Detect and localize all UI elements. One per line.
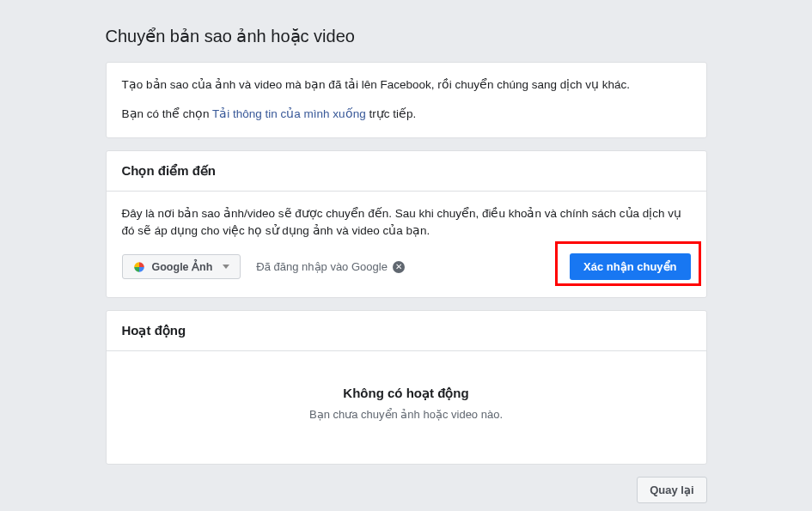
activity-empty-subtitle: Bạn chưa chuyển ảnh hoặc video nào. bbox=[122, 408, 691, 421]
destination-description: Đây là nơi bản sao ảnh/video sẽ được chu… bbox=[122, 205, 691, 240]
download-info-link[interactable]: Tải thông tin của mình xuống bbox=[212, 107, 366, 120]
destination-selected: Google Ảnh bbox=[152, 260, 213, 273]
google-photos-icon bbox=[133, 261, 145, 273]
confirm-transfer-button[interactable]: Xác nhận chuyển bbox=[570, 253, 690, 280]
activity-empty-title: Không có hoạt động bbox=[122, 386, 691, 401]
chevron-down-icon bbox=[223, 265, 229, 269]
intro-line2-prefix: Bạn có thể chọn bbox=[122, 107, 213, 120]
intro-line2-suffix: trực tiếp. bbox=[366, 107, 417, 120]
intro-line1: Tạo bản sao của ảnh và video mà bạn đã t… bbox=[122, 76, 691, 94]
intro-card: Tạo bản sao của ảnh và video mà bạn đã t… bbox=[106, 62, 707, 138]
destination-dropdown[interactable]: Google Ảnh bbox=[122, 254, 241, 279]
clear-login-icon[interactable]: ✕ bbox=[393, 261, 405, 273]
destination-card: Chọn điểm đến Đây là nơi bản sao ảnh/vid… bbox=[106, 150, 707, 299]
page-title: Chuyển bản sao ảnh hoặc video bbox=[106, 26, 707, 46]
activity-card: Hoạt động Không có hoạt động Bạn chưa ch… bbox=[106, 310, 707, 465]
destination-header: Chọn điểm đến bbox=[107, 151, 706, 192]
intro-line2: Bạn có thể chọn Tải thông tin của mình x… bbox=[122, 106, 691, 123]
activity-header: Hoạt động bbox=[107, 311, 706, 351]
back-button[interactable]: Quay lại bbox=[637, 477, 706, 503]
login-status-text: Đã đăng nhập vào Google bbox=[256, 260, 388, 273]
login-status: Đã đăng nhập vào Google ✕ bbox=[256, 260, 405, 273]
